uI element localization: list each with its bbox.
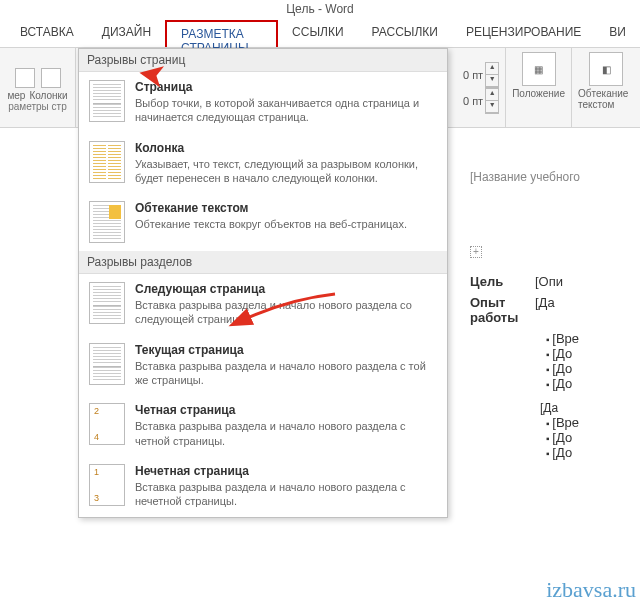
annotation-arrow-2: [240, 284, 340, 337]
tab-page-layout[interactable]: РАЗМЕТКА СТРАНИЦЫ: [165, 20, 278, 47]
dd-desc: Выбор точки, в которой заканчивается одн…: [135, 96, 437, 125]
spacing-value: 0 пт: [463, 69, 483, 81]
dd-section-section-breaks: Разрывы разделов: [79, 251, 447, 274]
tab-review[interactable]: РЕЦЕНЗИРОВАНИЕ: [452, 20, 595, 47]
size-icon[interactable]: [15, 68, 35, 88]
watermark: izbavsa.ru: [546, 577, 636, 603]
tab-design[interactable]: ДИЗАЙН: [88, 20, 165, 47]
page-setup-group: мер Колонки раметры стр: [0, 48, 76, 127]
doc-line: [Да: [540, 401, 640, 415]
dd-title: Обтекание текстом: [135, 201, 407, 215]
dd-title: Колонка: [135, 141, 437, 155]
dd-item-column[interactable]: Колонка Указывает, что текст, следующий …: [79, 133, 447, 194]
document-preview: [Название учебного + Цель[Опи Опыт работ…: [460, 160, 640, 460]
dd-desc: Вставка разрыва раздела и начало нового …: [135, 480, 437, 509]
table-handle-icon[interactable]: +: [470, 246, 482, 258]
tab-references[interactable]: ССЫЛКИ: [278, 20, 357, 47]
window-title: Цель - Word: [0, 0, 640, 20]
tab-insert[interactable]: ВСТАВКА: [6, 20, 88, 47]
spacing-after[interactable]: 0 пт ▲▼: [463, 88, 499, 114]
doc-bullet: [Вре: [540, 331, 640, 346]
doc-bullet: [До: [540, 376, 640, 391]
doc-header-placeholder: [Название учебного: [470, 170, 640, 184]
doc-goal-label: Цель: [470, 274, 535, 289]
dd-title: Четная страница: [135, 403, 437, 417]
wrap-break-icon: [89, 201, 125, 243]
dd-section-page-breaks: Разрывы страниц: [79, 49, 447, 72]
dd-item-page[interactable]: Страница Выбор точки, в которой заканчив…: [79, 72, 447, 133]
doc-bullet: [Вре: [540, 415, 640, 430]
doc-bullet: [До: [540, 346, 640, 361]
dd-item-even-page[interactable]: 24 Четная страница Вставка разрыва разде…: [79, 395, 447, 456]
odd-page-icon: 13: [89, 464, 125, 506]
breaks-dropdown: Разрывы страниц Страница Выбор точки, в …: [78, 48, 448, 518]
ribbon-tabs: ВСТАВКА ДИЗАЙН РАЗМЕТКА СТРАНИЦЫ ССЫЛКИ …: [0, 20, 640, 48]
column-break-icon: [89, 141, 125, 183]
doc-bullet: [До: [540, 445, 640, 460]
page-setup-label: раметры стр: [8, 101, 66, 112]
tab-mailings[interactable]: РАССЫЛКИ: [358, 20, 452, 47]
dd-item-continuous[interactable]: Текущая страница Вставка разрыва раздела…: [79, 335, 447, 396]
size-label: мер: [7, 90, 25, 101]
doc-goal-val: [Опи: [535, 274, 563, 289]
position-label: Положение: [512, 88, 565, 99]
columns-label: Колонки: [29, 90, 67, 101]
next-page-icon: [89, 282, 125, 324]
dd-title: Нечетная страница: [135, 464, 437, 478]
dd-item-odd-page[interactable]: 13 Нечетная страница Вставка разрыва раз…: [79, 456, 447, 517]
dd-desc: Вставка разрыва раздела и начало нового …: [135, 359, 437, 388]
continuous-icon: [89, 343, 125, 385]
position-group[interactable]: ▦ Положение: [505, 48, 571, 127]
doc-bullet: [До: [540, 430, 640, 445]
wrap-label: Обтекание текстом: [578, 88, 634, 110]
doc-exp-label: Опыт работы: [470, 295, 535, 325]
dd-item-text-wrap[interactable]: Обтекание текстом Обтекание текста вокру…: [79, 193, 447, 251]
page-break-icon: [89, 80, 125, 122]
position-icon: ▦: [522, 52, 556, 86]
doc-bullet: [До: [540, 361, 640, 376]
doc-exp-val: [Да: [535, 295, 555, 325]
ribbon-right: 0 пт ▲▼ 0 пт ▲▼ ▦ Положение ◧ Обтекание …: [463, 48, 640, 128]
tab-view[interactable]: ВИ: [595, 20, 640, 47]
dd-desc: Вставка разрыва раздела и начало нового …: [135, 419, 437, 448]
spacing-before[interactable]: 0 пт ▲▼: [463, 62, 499, 88]
dd-title: Страница: [135, 80, 437, 94]
wrap-group[interactable]: ◧ Обтекание текстом: [571, 48, 640, 127]
dd-title: Текущая страница: [135, 343, 437, 357]
spacing-value2: 0 пт: [463, 95, 483, 107]
even-page-icon: 24: [89, 403, 125, 445]
dd-desc: Обтекание текста вокруг объектов на веб-…: [135, 217, 407, 231]
dd-desc: Указывает, что текст, следующий за разры…: [135, 157, 437, 186]
wrap-icon: ◧: [589, 52, 623, 86]
columns-icon[interactable]: [41, 68, 61, 88]
